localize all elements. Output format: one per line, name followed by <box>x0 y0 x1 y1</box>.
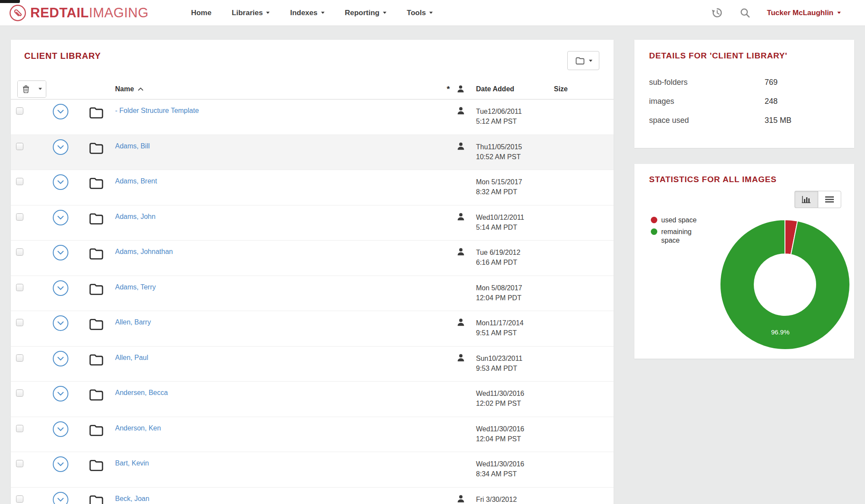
date-added: Sun10/23/2011 <box>476 353 554 363</box>
search-icon <box>740 7 750 18</box>
folder-name-link[interactable]: Adams, Johnathan <box>115 248 173 255</box>
history-button[interactable] <box>711 7 723 19</box>
navbar: REDTAILIMAGING Home Libraries Indexes Re… <box>0 0 865 26</box>
folder-name-link[interactable]: Adams, Bill <box>115 142 150 150</box>
navbar-right: Tucker McLaughlin <box>711 7 841 19</box>
folder-icon <box>88 211 104 225</box>
folder-size <box>554 135 614 170</box>
row-checkbox[interactable] <box>16 425 23 432</box>
chevron-down-icon <box>383 12 386 14</box>
row-checkbox[interactable] <box>16 107 23 115</box>
folder-icon <box>88 282 104 296</box>
chevron-down-icon <box>57 392 64 396</box>
chevron-down-icon <box>57 180 64 184</box>
date-added: Mon11/17/2014 <box>476 318 554 328</box>
delete-options-button[interactable] <box>34 81 46 97</box>
nav-item-tools[interactable]: Tools <box>407 9 433 17</box>
expand-chevron-button[interactable] <box>53 104 68 119</box>
row-checkbox[interactable] <box>16 460 23 467</box>
user-menu[interactable]: Tucker McLaughlin <box>767 9 841 17</box>
folder-name-link[interactable]: Adams, Terry <box>115 283 156 291</box>
client-library-panel: CLIENT LIBRARY <box>11 40 614 504</box>
column-header-name[interactable]: Name <box>105 85 441 93</box>
list-icon <box>825 196 834 203</box>
expand-chevron-button[interactable] <box>53 245 68 260</box>
table-row: Andersen, Becca Wed11/30/2016 12:02 PM P… <box>11 382 614 417</box>
expand-chevron-button[interactable] <box>53 456 68 472</box>
table-row: Adams, Bill Thu11/05/2015 10:52 AM PST <box>11 135 614 170</box>
folder-size <box>554 347 614 382</box>
trash-icon <box>23 85 29 93</box>
row-checkbox[interactable] <box>16 354 23 362</box>
legend-item[interactable]: remaining space <box>651 228 701 245</box>
date-added: Mon 5/08/2017 <box>476 283 554 293</box>
folder-name-link[interactable]: Andersen, Becca <box>115 389 168 396</box>
folder-name-link[interactable]: Adams, Brent <box>115 177 157 185</box>
legend-item[interactable]: used space <box>651 216 701 225</box>
chevron-down-icon <box>57 462 64 466</box>
row-checkbox[interactable] <box>16 143 23 150</box>
folder-name-link[interactable]: Allen, Barry <box>115 318 151 326</box>
date-added: Tue12/06/2011 <box>476 106 554 116</box>
expand-chevron-button[interactable] <box>53 421 68 437</box>
expand-chevron-button[interactable] <box>53 139 68 155</box>
nav-item-libraries[interactable]: Libraries <box>232 9 270 17</box>
folder-size <box>554 311 614 346</box>
row-checkbox[interactable] <box>16 495 23 503</box>
folder-name-link[interactable]: Allen, Paul <box>115 354 148 361</box>
time-added: 12:04 PM PDT <box>476 293 554 303</box>
list-view-button[interactable] <box>818 191 841 208</box>
folder-actions-button[interactable] <box>567 51 599 70</box>
table-row: Adams, Johnathan Tue 6/19/2012 6:16 AM P… <box>11 241 614 276</box>
column-header-star: * <box>441 84 456 94</box>
chevron-down-icon <box>266 12 270 14</box>
nav-item-home[interactable]: Home <box>191 9 211 17</box>
table-row: Bart, Kevin Wed11/30/2016 8:34 AM PST <box>11 452 614 488</box>
expand-chevron-button[interactable] <box>53 351 68 366</box>
chart-view-button[interactable] <box>794 191 818 208</box>
date-added: Wed10/12/2011 <box>476 212 554 222</box>
expand-chevron-button[interactable] <box>53 315 68 331</box>
folder-name-link[interactable]: Anderson, Ken <box>115 424 161 432</box>
table-header: Name * Date Added Size <box>11 79 614 100</box>
nav-item-indexes[interactable]: Indexes <box>290 9 324 17</box>
search-button[interactable] <box>740 7 750 18</box>
bar-chart-icon <box>801 195 811 204</box>
expand-chevron-button[interactable] <box>53 386 68 401</box>
date-added: Wed11/30/2016 <box>476 459 554 469</box>
column-header-date-added[interactable]: Date Added <box>476 85 554 93</box>
page-layout: CLIENT LIBRARY <box>0 26 865 504</box>
table-row: Allen, Paul Sun10/23/2011 9:53 AM PDT <box>11 347 614 382</box>
chevron-down-icon <box>57 145 64 149</box>
expand-chevron-button[interactable] <box>53 174 68 190</box>
row-checkbox[interactable] <box>16 284 23 291</box>
nav-item-reporting[interactable]: Reporting <box>345 9 386 17</box>
time-added: 10:52 AM PST <box>476 152 554 162</box>
row-checkbox[interactable] <box>16 319 23 326</box>
folder-name-link[interactable]: Adams, John <box>115 213 155 220</box>
folder-name-link[interactable]: - Folder Structure Template <box>115 107 199 114</box>
details-stats: sub-folders 769 images 248 space used 31… <box>649 73 839 130</box>
date-added: Wed11/30/2016 <box>476 388 554 398</box>
owner-icon <box>456 247 466 257</box>
owner-icon <box>456 141 466 151</box>
owner-icon <box>456 494 466 504</box>
row-checkbox[interactable] <box>16 178 23 185</box>
chevron-down-icon <box>321 12 325 14</box>
folder-name-link[interactable]: Bart, Kevin <box>115 459 149 467</box>
expand-chevron-button[interactable] <box>53 280 68 296</box>
chevron-down-icon <box>57 356 64 361</box>
row-checkbox[interactable] <box>16 389 23 397</box>
row-checkbox[interactable] <box>16 213 23 221</box>
delete-split-button <box>17 80 46 98</box>
folder-size <box>554 452 614 487</box>
page-title: CLIENT LIBRARY <box>24 51 101 61</box>
person-icon <box>456 84 465 93</box>
row-checkbox[interactable] <box>16 248 23 256</box>
expand-chevron-button[interactable] <box>53 492 68 504</box>
expand-chevron-button[interactable] <box>53 210 68 225</box>
brand-logo[interactable]: REDTAILIMAGING <box>9 4 148 22</box>
delete-button[interactable] <box>18 81 34 97</box>
folder-name-link[interactable]: Beck, Joan <box>115 495 149 502</box>
sort-ascending-icon <box>138 87 144 91</box>
